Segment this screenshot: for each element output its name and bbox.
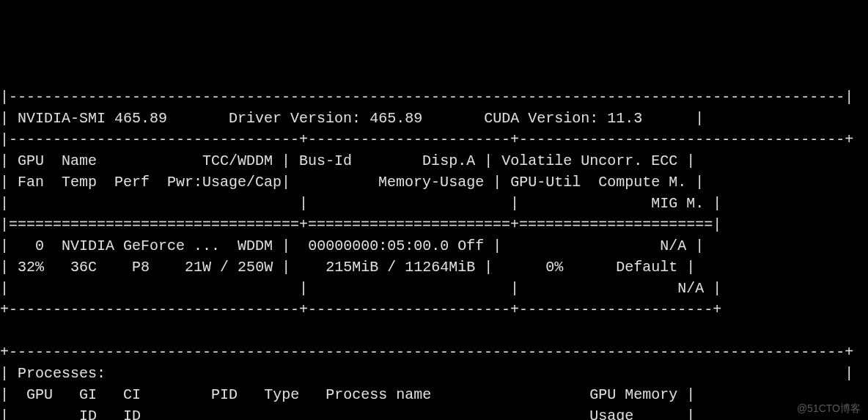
col3-hdr1: Volatile Uncorr. ECC — [501, 152, 677, 169]
col-header-row2: | Fan Temp Perf Pwr:Usage/Cap| Memory-Us… — [0, 174, 704, 191]
gpu-mode: WDDM — [238, 237, 273, 254]
gpu-mem-total: 11264MiB — [405, 259, 475, 276]
proc-hdr-pid: PID — [211, 386, 238, 403]
proc-title-row: | Processes: | — [0, 365, 853, 382]
driver-label: Driver Version: — [229, 110, 361, 127]
proc-header-row1: | GPU GI CI PID Type Process name GPU Me… — [0, 386, 695, 403]
gpu-mem-used: 215MiB — [326, 259, 378, 276]
proc-hdr-ci: CI — [123, 386, 141, 403]
cuda-version: 11.3 — [607, 110, 642, 127]
header-divider: |---------------------------------+-----… — [0, 131, 853, 148]
proc-hdr-gpu: GPU — [26, 386, 53, 403]
col3-hdr2: GPU-Util Compute M. — [510, 174, 686, 191]
top-border: |---------------------------------------… — [0, 89, 853, 106]
watermark: @51CTO博客 — [797, 401, 861, 416]
gpu-name: NVIDIA GeForce ... — [62, 237, 220, 254]
gpu-mig: N/A — [677, 280, 704, 297]
proc-hdr-mem: GPU Memory — [589, 386, 677, 403]
col1-hdr2: Fan Temp Perf Pwr:Usage/Cap — [18, 174, 282, 191]
proc-top-border: +---------------------------------------… — [0, 344, 853, 361]
proc-hdr-usage: Usage — [589, 408, 633, 420]
cuda-label: CUDA Version: — [484, 110, 598, 127]
proc-title: Processes: — [18, 365, 106, 382]
col-header-row1: | GPU Name TCC/WDDM | Bus-Id Disp.A | Vo… — [0, 152, 695, 169]
col-header-row3: | | | MIG M. | — [0, 195, 721, 212]
gpu-util: 0% — [545, 259, 563, 276]
smi-label: NVIDIA-SMI — [18, 110, 106, 127]
col3-hdr3: MIG M. — [651, 195, 704, 212]
header-row: | NVIDIA-SMI 465.89 Driver Version: 465.… — [0, 110, 704, 127]
gpu-temp: 36C — [70, 259, 97, 276]
gpu-index: 0 — [35, 237, 44, 254]
col2-hdr2: Memory-Usage — [378, 174, 484, 191]
driver-version: 465.89 — [369, 110, 422, 127]
gpu-compute: Default — [616, 259, 677, 276]
proc-hdr-type: Type — [264, 386, 299, 403]
proc-hdr-pname: Process name — [326, 386, 431, 403]
gpu-fan: 32% — [18, 259, 44, 276]
proc-hdr-gi: GI — [79, 386, 97, 403]
gpu-bottom-border: +---------------------------------+-----… — [0, 301, 721, 318]
gpu-row1: | 0 NVIDIA GeForce ... WDDM | 00000000:0… — [0, 237, 704, 254]
gpu-row3: | | | N/A | — [0, 280, 721, 297]
proc-hdr-ciid: ID — [123, 408, 141, 420]
gpu-dispa: Off — [457, 237, 484, 254]
nvidia-smi-output: |---------------------------------------… — [0, 86, 868, 420]
gpu-perf: P8 — [132, 259, 150, 276]
gpu-ecc: N/A — [660, 237, 686, 254]
proc-hdr-giid: ID — [79, 408, 97, 420]
blank-line — [0, 323, 9, 339]
smi-version: 465.89 — [114, 110, 167, 127]
col1-hdr1: GPU Name TCC/WDDM — [18, 152, 273, 169]
gpu-row2: | 32% 36C P8 21W / 250W | 215MiB / 11264… — [0, 259, 695, 276]
proc-header-row2: | ID ID Usage | — [0, 408, 695, 420]
col-divider: |=================================+=====… — [0, 216, 721, 233]
gpu-pwr: 21W / 250W — [185, 259, 273, 276]
col2-hdr1: Bus-Id Disp.A — [299, 152, 475, 169]
gpu-busid: 00000000:05:00.0 — [308, 237, 449, 254]
